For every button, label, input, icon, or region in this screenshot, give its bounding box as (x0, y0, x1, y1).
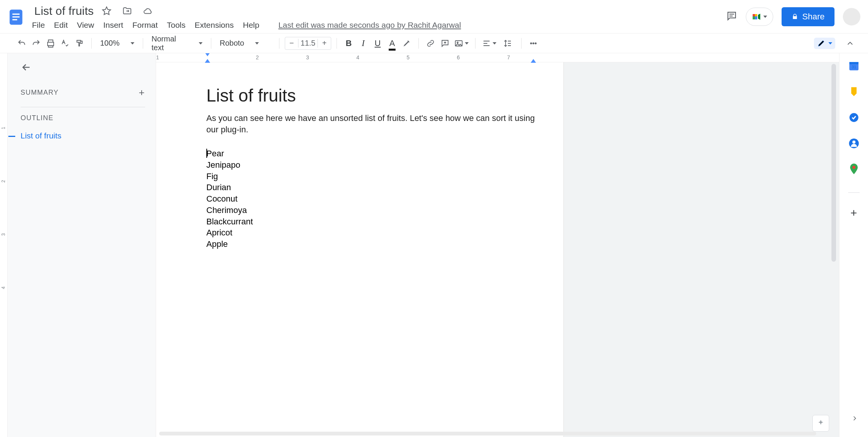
hruler-num: 6 (457, 54, 460, 60)
fruit-line[interactable]: Cherimoya (206, 205, 537, 216)
calendar-icon[interactable]: 31 (848, 60, 860, 72)
meet-button[interactable] (746, 8, 773, 26)
fruit-line[interactable]: Durian (206, 182, 537, 193)
explore-button[interactable] (812, 415, 829, 432)
menu-extensions[interactable]: Extensions (195, 21, 234, 30)
print-button[interactable] (44, 37, 57, 50)
vruler-tick: 1 (1, 127, 6, 129)
hruler-num: 1 (156, 54, 159, 60)
font-size-box: − 11.5 + (285, 37, 331, 50)
share-button[interactable]: Share (782, 7, 834, 26)
star-icon[interactable] (101, 6, 112, 16)
tasks-icon[interactable] (848, 112, 860, 123)
font-size-decrease[interactable]: − (285, 39, 298, 48)
more-button[interactable] (527, 37, 540, 50)
bold-button[interactable]: B (342, 37, 355, 50)
horizontal-scrollbar[interactable] (159, 432, 816, 435)
menu-edit[interactable]: Edit (54, 21, 68, 30)
add-comment-button[interactable] (439, 37, 452, 50)
svg-point-16 (852, 166, 855, 169)
italic-button[interactable]: I (357, 37, 370, 50)
outline-panel: SUMMARY + OUTLINE List of fruits (8, 53, 156, 437)
doc-fruits-list[interactable]: PearJenipapoFigDurianCoconutCherimoyaBla… (206, 148, 537, 249)
keep-icon[interactable] (848, 86, 860, 97)
last-edit-link[interactable]: Last edit was made seconds ago by Rachit… (278, 21, 461, 30)
menu-file[interactable]: File (32, 21, 45, 30)
line-spacing-button[interactable] (499, 37, 516, 50)
redo-button[interactable] (30, 37, 43, 50)
fruit-line[interactable]: Jenipapo (206, 159, 537, 171)
svg-rect-1 (13, 13, 20, 14)
comments-icon[interactable] (726, 10, 737, 23)
menu-help[interactable]: Help (243, 21, 259, 30)
doc-heading[interactable]: List of fruits (206, 85, 537, 106)
maps-icon[interactable] (848, 164, 860, 175)
svg-point-9 (535, 43, 536, 44)
fruit-line[interactable]: Coconut (206, 193, 537, 205)
hruler-num: 2 (256, 54, 259, 60)
add-summary-button[interactable]: + (139, 87, 145, 99)
text-color-button[interactable]: A (386, 37, 399, 50)
contacts-icon[interactable] (848, 138, 860, 149)
move-icon[interactable] (122, 6, 132, 16)
title-bar: List of fruits File Edit View Insert For… (0, 0, 868, 33)
font-size-input[interactable]: 11.5 (298, 39, 318, 48)
hide-sidepanel-button[interactable] (849, 413, 860, 424)
menu-format[interactable]: Format (132, 21, 158, 30)
font-size-increase[interactable]: + (318, 39, 331, 48)
fruit-line[interactable]: Fig (206, 171, 537, 182)
vertical-scrollbar[interactable] (831, 64, 836, 262)
summary-label: SUMMARY (21, 89, 59, 97)
workspace: 1 2 3 4 SUMMARY + OUTLINE List of fruits… (0, 53, 868, 437)
insert-image-button[interactable] (453, 37, 470, 50)
side-panel: 31 + (839, 53, 868, 437)
paragraph-style-value: Normal text (152, 35, 188, 52)
share-label: Share (802, 12, 825, 22)
svg-rect-11 (849, 62, 858, 64)
document-page[interactable]: List of fruits As you can see here we ha… (156, 62, 563, 437)
get-addons-button[interactable]: + (848, 207, 860, 219)
vruler-tick: 2 (1, 180, 6, 183)
vruler-tick: 3 (1, 233, 6, 236)
svg-text:31: 31 (851, 65, 856, 69)
svg-rect-3 (13, 19, 18, 20)
outline-label: OUTLINE (21, 114, 145, 122)
paragraph-style-select[interactable]: Normal text (148, 35, 206, 52)
hruler-num: 5 (407, 54, 410, 60)
account-avatar[interactable] (843, 8, 860, 25)
editing-mode-button[interactable] (814, 38, 835, 49)
menu-view[interactable]: View (77, 21, 94, 30)
font-family-select[interactable]: Roboto (217, 39, 274, 48)
svg-rect-2 (13, 16, 20, 17)
outline-item[interactable]: List of fruits (21, 131, 145, 140)
underline-button[interactable]: U (371, 37, 384, 50)
insert-link-button[interactable] (424, 37, 437, 50)
docs-logo-icon[interactable] (4, 5, 28, 29)
document-title[interactable]: List of fruits (32, 4, 96, 18)
fruit-line[interactable]: Blackcurrant (206, 216, 537, 227)
svg-point-15 (852, 140, 855, 143)
align-button[interactable] (481, 37, 498, 50)
outline-close-button[interactable] (21, 62, 145, 75)
hruler-num: 7 (507, 54, 510, 60)
cloud-status-icon[interactable] (142, 6, 153, 16)
undo-button[interactable] (15, 37, 28, 50)
fruit-line[interactable]: Apple (206, 238, 537, 250)
hide-menus-button[interactable] (844, 37, 857, 50)
font-family-value: Roboto (220, 39, 244, 48)
zoom-value: 100% (100, 39, 124, 48)
horizontal-ruler[interactable]: 1 2 3 4 5 6 7 (156, 53, 839, 62)
menu-insert[interactable]: Insert (103, 21, 123, 30)
vertical-ruler: 1 2 3 4 (0, 53, 8, 437)
svg-point-7 (530, 43, 531, 44)
menu-bar: File Edit View Insert Format Tools Exten… (32, 21, 461, 30)
doc-intro[interactable]: As you can see here we have an unsorted … (206, 113, 537, 135)
fruit-line[interactable]: Pear (206, 148, 537, 159)
zoom-select[interactable]: 100% (97, 39, 137, 48)
menu-tools[interactable]: Tools (167, 21, 185, 30)
fruit-line[interactable]: Apricot (206, 227, 537, 238)
paint-format-button[interactable] (73, 37, 86, 50)
highlight-button[interactable] (400, 37, 413, 50)
spellcheck-button[interactable] (59, 37, 72, 50)
document-area: 1 2 3 4 5 6 7 List of fruits As you can … (156, 53, 839, 437)
